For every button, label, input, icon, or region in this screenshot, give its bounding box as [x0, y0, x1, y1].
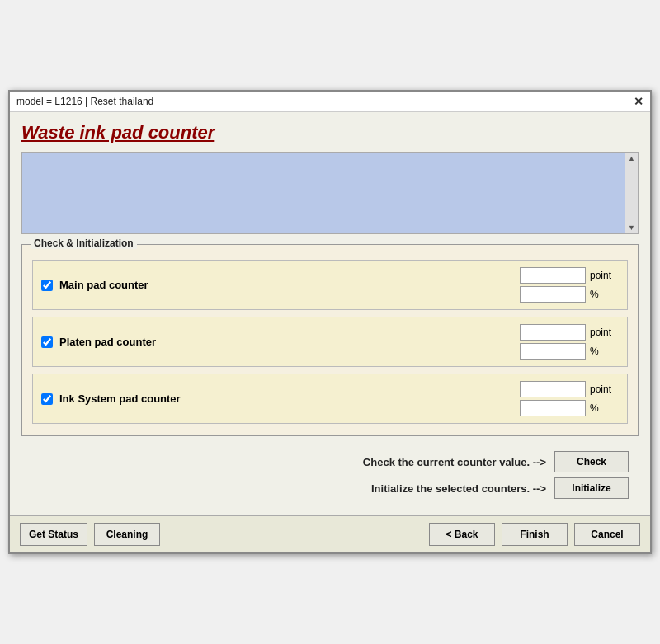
check-button[interactable]: Check [554, 451, 629, 472]
page-heading: Waste ink pad counter [21, 122, 639, 143]
initialize-action-text: Initialize the selected counters. --> [371, 482, 546, 495]
bottom-bar: Get Status Cleaning < Back Finish Cancel [10, 515, 650, 552]
initialize-action-row: Initialize the selected counters. --> In… [371, 477, 629, 499]
ink-system-pad-point-unit: point [590, 383, 619, 395]
main-pad-label: Main pad counter [59, 279, 520, 291]
ink-system-pad-percent-row: % [520, 400, 619, 416]
ink-system-pad-percent-input[interactable] [520, 400, 586, 416]
get-status-button[interactable]: Get Status [20, 523, 87, 546]
title-text: model = L1216 | Reset thailand [16, 96, 153, 107]
check-action-text: Check the current counter value. --> [363, 456, 546, 468]
ink-system-pad-inputs: point % [520, 381, 619, 416]
scroll-down-icon[interactable]: ▼ [626, 222, 637, 233]
platen-pad-counter-row: Platen pad counter point % [32, 317, 628, 367]
main-pad-counter-row: Main pad counter point % [32, 260, 628, 310]
check-action-row: Check the current counter value. --> Che… [363, 451, 629, 472]
main-pad-percent-input[interactable] [520, 286, 586, 303]
main-pad-point-row: point [520, 267, 619, 284]
main-window: model = L1216 | Reset thailand ✕ Waste i… [8, 90, 652, 554]
main-pad-percent-row: % [520, 286, 619, 303]
ink-system-pad-checkbox[interactable] [41, 393, 53, 405]
ink-system-pad-counter-row: Ink System pad counter point % [32, 374, 628, 424]
platen-pad-checkbox[interactable] [41, 336, 53, 348]
platen-pad-point-row: point [520, 324, 619, 341]
main-pad-inputs: point % [520, 267, 619, 303]
group-label: Check & Initialization [31, 237, 137, 249]
platen-pad-percent-row: % [520, 343, 619, 360]
finish-button[interactable]: Finish [502, 523, 568, 546]
ink-system-pad-point-input[interactable] [520, 381, 586, 397]
cleaning-button[interactable]: Cleaning [94, 523, 160, 546]
main-pad-percent-unit: % [590, 289, 619, 300]
close-button[interactable]: ✕ [634, 96, 644, 107]
ink-system-pad-label: Ink System pad counter [59, 393, 520, 405]
main-pad-point-unit: point [590, 270, 619, 281]
ink-system-pad-percent-unit: % [590, 402, 619, 414]
scroll-up-icon[interactable]: ▲ [626, 153, 637, 164]
platen-pad-inputs: point % [520, 324, 619, 360]
scrollbar[interactable]: ▲ ▼ [625, 153, 638, 233]
info-box: ▲ ▼ [21, 152, 639, 234]
platen-pad-label: Platen pad counter [59, 336, 520, 348]
platen-pad-percent-unit: % [590, 346, 619, 357]
platen-pad-point-input[interactable] [520, 324, 586, 341]
main-pad-checkbox[interactable] [41, 280, 53, 291]
initialize-button[interactable]: Initialize [554, 477, 629, 499]
title-bar: model = L1216 | Reset thailand ✕ [10, 92, 650, 112]
ink-system-pad-point-row: point [520, 381, 619, 397]
main-pad-point-input[interactable] [520, 267, 586, 284]
back-button[interactable]: < Back [429, 523, 495, 546]
platen-pad-point-unit: point [590, 327, 619, 338]
platen-pad-percent-input[interactable] [520, 343, 586, 360]
actions-area: Check the current counter value. --> Che… [21, 444, 639, 505]
content-area: Waste ink pad counter ▲ ▼ Check & Initia… [10, 112, 650, 515]
cancel-button[interactable]: Cancel [574, 523, 640, 546]
check-initialization-group: Check & Initialization Main pad counter … [21, 244, 639, 436]
